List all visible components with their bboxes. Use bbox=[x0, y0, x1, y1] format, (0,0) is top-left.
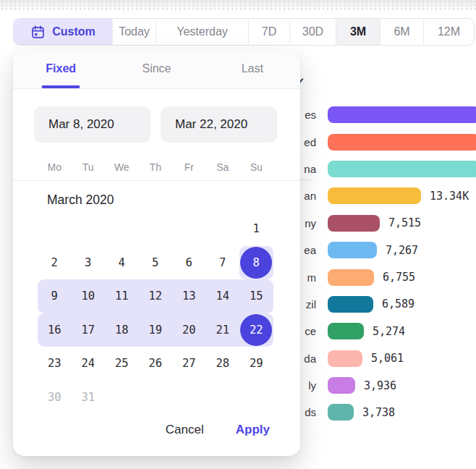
chart-bar[interactable] bbox=[328, 404, 354, 421]
day-cell-empty bbox=[206, 381, 240, 415]
day-cell-23[interactable]: 23 bbox=[38, 347, 72, 381]
month-title: March 2020 bbox=[47, 193, 300, 208]
calendar-week-row: 9101112131415 bbox=[38, 279, 273, 313]
end-date-input[interactable]: Mar 22, 2020 bbox=[161, 106, 277, 143]
day-cell-16[interactable]: 16 bbox=[38, 313, 72, 347]
range-option-7d[interactable]: 7D bbox=[249, 19, 290, 45]
chart-bar[interactable] bbox=[328, 296, 373, 313]
range-option-6m[interactable]: 6M bbox=[381, 19, 424, 45]
chart-bar[interactable] bbox=[328, 106, 476, 123]
day-cell-25[interactable]: 25 bbox=[105, 347, 139, 381]
tab-fixed[interactable]: Fixed bbox=[13, 49, 109, 88]
weekday-label: Su bbox=[239, 161, 273, 173]
day-cell-empty bbox=[105, 381, 139, 415]
range-option-label: 7D bbox=[262, 25, 276, 38]
chart-bar[interactable] bbox=[328, 350, 362, 367]
day-cell-26[interactable]: 26 bbox=[139, 347, 173, 381]
day-cell-empty bbox=[239, 381, 273, 415]
calendar-week-row: 1 bbox=[38, 212, 273, 246]
range-option-12m[interactable]: 12M bbox=[424, 19, 474, 45]
weekday-label: Sa bbox=[206, 161, 240, 173]
chart-bar[interactable] bbox=[328, 187, 421, 204]
weekday-label: We bbox=[105, 161, 139, 173]
day-cell-5[interactable]: 5 bbox=[139, 246, 173, 280]
range-option-label: Yesterday bbox=[177, 25, 228, 38]
day-cell-10[interactable]: 10 bbox=[72, 279, 106, 313]
chart-value-label: 6,589 bbox=[382, 297, 415, 310]
calendar-week-row: 16171819202122 bbox=[38, 313, 273, 347]
date-picker-popup: FixedSinceLast Mar 8, 2020 Mar 22, 2020 … bbox=[13, 49, 300, 456]
date-picker-tabbar: FixedSinceLast bbox=[13, 49, 300, 89]
chart-value-label: 5,274 bbox=[373, 325, 405, 338]
day-cell-1[interactable]: 1 bbox=[239, 212, 273, 246]
day-cell-9[interactable]: 9 bbox=[38, 279, 72, 313]
tab-last[interactable]: Last bbox=[205, 49, 300, 88]
day-cell-12[interactable]: 12 bbox=[139, 279, 173, 313]
day-cell-selected-22[interactable]: 22 bbox=[239, 313, 273, 347]
day-cell-empty bbox=[139, 212, 173, 246]
range-option-label: 3M bbox=[350, 25, 366, 38]
day-cell-empty bbox=[172, 381, 206, 415]
day-cell-13[interactable]: 13 bbox=[172, 279, 206, 313]
day-cell-empty bbox=[72, 212, 106, 246]
calendar-icon bbox=[30, 25, 46, 40]
weekday-label: Th bbox=[139, 161, 173, 173]
calendar-divider bbox=[13, 180, 300, 181]
chart-bar[interactable] bbox=[328, 323, 364, 339]
day-cell-29[interactable]: 29 bbox=[239, 347, 273, 381]
day-cell-6[interactable]: 6 bbox=[172, 246, 206, 280]
day-cell-19[interactable]: 19 bbox=[139, 313, 173, 347]
day-cell-27[interactable]: 27 bbox=[172, 347, 206, 381]
calendar-week-row: 3031 bbox=[38, 381, 273, 415]
range-option-label: 6M bbox=[394, 25, 409, 38]
chart-bar[interactable] bbox=[328, 215, 380, 232]
day-cell-4[interactable]: 4 bbox=[105, 246, 139, 280]
day-cell-2[interactable]: 2 bbox=[38, 246, 72, 280]
day-cell-31[interactable]: 31 bbox=[72, 381, 106, 415]
range-option-label: Custom bbox=[52, 25, 95, 38]
day-cell-empty bbox=[38, 212, 72, 246]
apply-button[interactable]: Apply bbox=[236, 423, 270, 437]
range-option-today[interactable]: Today bbox=[113, 19, 156, 45]
range-option-label: 12M bbox=[438, 25, 460, 38]
day-cell-11[interactable]: 11 bbox=[105, 279, 139, 313]
chart-value-label: 7,267 bbox=[386, 244, 418, 257]
day-cell-20[interactable]: 20 bbox=[172, 313, 206, 347]
day-cell-14[interactable]: 14 bbox=[206, 279, 240, 313]
cancel-button[interactable]: Cancel bbox=[166, 423, 204, 437]
day-cell-7[interactable]: 7 bbox=[206, 246, 240, 280]
day-cell-24[interactable]: 24 bbox=[72, 347, 106, 381]
range-option-custom[interactable]: Custom bbox=[14, 19, 113, 45]
day-cell-empty bbox=[206, 212, 240, 246]
range-option-30d[interactable]: 30D bbox=[290, 19, 336, 45]
day-cell-empty bbox=[139, 381, 173, 415]
calendar-week-row: 2345678 bbox=[38, 246, 273, 280]
day-cell-3[interactable]: 3 bbox=[72, 246, 106, 280]
start-date-input[interactable]: Mar 8, 2020 bbox=[34, 106, 150, 143]
day-cell-empty bbox=[172, 212, 206, 246]
chart-bar[interactable] bbox=[328, 161, 476, 177]
chart-bar[interactable] bbox=[328, 269, 374, 286]
day-cell-selected-8[interactable]: 8 bbox=[239, 246, 273, 280]
chart-value-label: 3,936 bbox=[364, 379, 396, 392]
chart-bar[interactable] bbox=[328, 134, 476, 151]
day-cell-30[interactable]: 30 bbox=[38, 381, 72, 415]
weekday-label: Mo bbox=[38, 161, 72, 173]
day-cell-18[interactable]: 18 bbox=[105, 313, 139, 347]
range-option-3m[interactable]: 3M bbox=[336, 19, 381, 45]
range-option-label: 30D bbox=[302, 25, 323, 38]
tab-since[interactable]: Since bbox=[109, 49, 204, 88]
day-cell-21[interactable]: 21 bbox=[206, 313, 240, 347]
date-range-toolbar: CustomTodayYesterday7D30D3M6M12M bbox=[13, 18, 475, 46]
range-option-yesterday[interactable]: Yesterday bbox=[156, 19, 249, 45]
calendar-week-row: 23242526272829 bbox=[38, 347, 273, 381]
day-cell-17[interactable]: 17 bbox=[72, 313, 106, 347]
day-cell-28[interactable]: 28 bbox=[206, 347, 240, 381]
weekday-header-row: MoTuWeThFrSaSu bbox=[38, 161, 273, 173]
day-cell-empty bbox=[105, 212, 139, 246]
selected-day-circle: 22 bbox=[240, 314, 272, 346]
day-cell-15[interactable]: 15 bbox=[239, 279, 273, 313]
weekday-label: Fr bbox=[172, 161, 206, 173]
chart-bar[interactable] bbox=[328, 242, 377, 258]
chart-bar[interactable] bbox=[328, 377, 355, 394]
